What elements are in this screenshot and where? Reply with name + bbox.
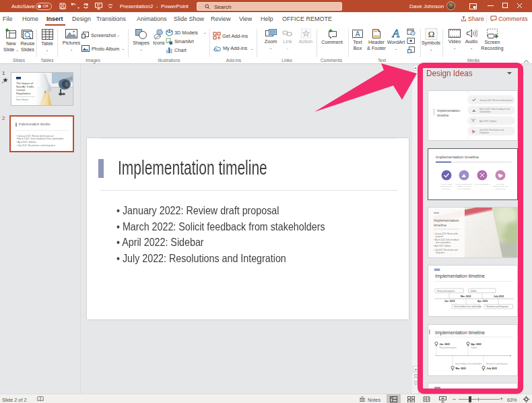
- svg-text:from stakeholders: from stakeholders: [436, 241, 451, 244]
- svg-text:July 2022: July 2022: [487, 367, 497, 370]
- svg-text:Dave Johnson: Dave Johnson: [16, 98, 28, 101]
- svg-text:Apr. 2022: Apr. 2022: [471, 343, 481, 346]
- svg-text:Solicit feedback from stakehol: Solicit feedback from stakeholders: [455, 363, 482, 365]
- svg-text:Implementation timeline: Implementation timeline: [435, 274, 485, 279]
- svg-text:Implementation timeline: Implementation timeline: [435, 330, 485, 336]
- svg-text:JULY 2022:: JULY 2022:: [496, 183, 504, 185]
- svg-text:Solicit feedback from stakehol: Solicit feedback from stakeholders: [454, 305, 482, 308]
- svg-text:Review draft proposal: Review draft proposal: [437, 290, 455, 292]
- svg-text:Sidebar: Sidebar: [471, 346, 477, 349]
- svg-text:July 2022: July 2022: [494, 295, 504, 298]
- svg-text:Implementation timeline: Implementation timeline: [436, 154, 479, 159]
- svg-text:timeline: timeline: [437, 113, 448, 117]
- svg-text:Resolutions and Integration: Resolutions and Integration: [486, 363, 508, 365]
- svg-text:Implementation: Implementation: [437, 108, 460, 113]
- svg-text:Review draft proposal: Review draft proposal: [440, 346, 457, 349]
- svg-text:RESOLUTIONS AND: RESOLUTIONS AND: [493, 185, 508, 187]
- svg-text:Mar. 2022: Mar. 2022: [461, 295, 471, 298]
- svg-text:timeline: timeline: [434, 223, 446, 227]
- svg-text:FEEDBACK FROM: FEEDBACK FROM: [457, 185, 471, 187]
- svg-text:PROPOSAL: PROPOSAL: [442, 188, 451, 189]
- svg-text:Implementation: Implementation: [434, 218, 459, 222]
- svg-text:Ω: Ω: [428, 29, 434, 39]
- svg-text:INTEGRATION: INTEGRATION: [495, 188, 506, 189]
- svg-text:Resolutions and Integration: Resolutions and Integration: [486, 305, 508, 308]
- svg-text:• April 2022: Sidebar: • April 2022: Sidebar: [434, 245, 451, 247]
- svg-text:STAKEHOLDERS: STAKEHOLDERS: [458, 188, 471, 189]
- svg-text:January 2022: Review draft pro: January 2022: Review draft proposal: [479, 99, 512, 102]
- svg-text:Jan. 2022: Jan. 2022: [444, 300, 455, 303]
- svg-text:APRIL 2022: SIDEBAR: APRIL 2022: SIDEBAR: [474, 183, 490, 185]
- svg-text:JANUARY 2022:: JANUARY 2022:: [440, 183, 452, 185]
- svg-text:Jan. 2022: Jan. 2022: [440, 343, 450, 346]
- svg-text:Sidebar: Sidebar: [471, 290, 477, 292]
- svg-text:Regulations: Regulations: [16, 92, 31, 95]
- svg-text:Integration: Integration: [479, 131, 490, 134]
- svg-text:proposal: proposal: [436, 235, 443, 238]
- svg-text:MARCH 2022: SOLICIT: MARCH 2022: SOLICIT: [456, 183, 473, 185]
- svg-text:A: A: [392, 28, 400, 39]
- svg-text:Mar. 2022: Mar. 2022: [456, 367, 466, 370]
- svg-text:REVIEW DRAFT: REVIEW DRAFT: [440, 185, 453, 187]
- svg-text:stakeholders: stakeholders: [479, 111, 492, 113]
- svg-text:Integration: Integration: [436, 251, 445, 254]
- svg-text:April 2022: Sidebar: April 2022: Sidebar: [479, 120, 497, 123]
- svg-text:Apr. 2022: Apr. 2022: [477, 300, 488, 303]
- svg-text:A: A: [356, 30, 360, 38]
